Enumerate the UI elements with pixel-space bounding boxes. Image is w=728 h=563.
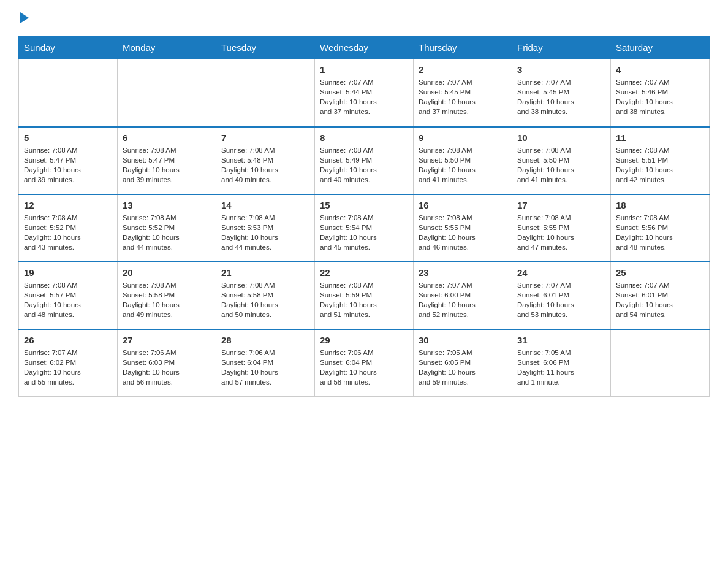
day-info: Sunrise: 7:08 AM Sunset: 5:51 PM Dayligh… <box>616 145 704 185</box>
col-wednesday: Wednesday <box>315 36 414 59</box>
col-sunday: Sunday <box>19 36 118 59</box>
col-friday: Friday <box>512 36 611 59</box>
day-info: Sunrise: 7:06 AM Sunset: 6:03 PM Dayligh… <box>123 348 211 387</box>
day-info: Sunrise: 7:06 AM Sunset: 6:04 PM Dayligh… <box>221 348 309 387</box>
table-cell: 16Sunrise: 7:08 AM Sunset: 5:55 PM Dayli… <box>414 194 512 262</box>
day-info: Sunrise: 7:08 AM Sunset: 5:50 PM Dayligh… <box>517 145 605 185</box>
day-info: Sunrise: 7:08 AM Sunset: 5:49 PM Dayligh… <box>320 145 408 185</box>
day-number: 27 <box>123 335 211 345</box>
day-info: Sunrise: 7:07 AM Sunset: 5:45 PM Dayligh… <box>419 77 507 117</box>
table-cell: 24Sunrise: 7:07 AM Sunset: 6:01 PM Dayli… <box>512 262 611 329</box>
day-number: 17 <box>517 200 605 210</box>
logo-arrow-icon <box>20 12 29 23</box>
calendar-week-row: 26Sunrise: 7:07 AM Sunset: 6:02 PM Dayli… <box>19 329 710 397</box>
day-number: 18 <box>616 200 704 210</box>
col-monday: Monday <box>118 36 216 59</box>
table-cell: 10Sunrise: 7:08 AM Sunset: 5:50 PM Dayli… <box>512 127 611 194</box>
table-cell: 8Sunrise: 7:08 AM Sunset: 5:49 PM Daylig… <box>315 127 414 194</box>
logo <box>18 12 29 23</box>
table-cell: 22Sunrise: 7:08 AM Sunset: 5:59 PM Dayli… <box>315 262 414 329</box>
day-info: Sunrise: 7:08 AM Sunset: 5:58 PM Dayligh… <box>123 280 211 320</box>
day-number: 10 <box>517 132 605 143</box>
table-cell: 30Sunrise: 7:05 AM Sunset: 6:05 PM Dayli… <box>414 329 512 397</box>
day-number: 19 <box>24 267 112 278</box>
day-number: 2 <box>419 64 507 75</box>
day-info: Sunrise: 7:08 AM Sunset: 5:57 PM Dayligh… <box>24 280 112 320</box>
day-number: 14 <box>221 200 309 210</box>
day-number: 6 <box>123 132 211 143</box>
table-cell: 27Sunrise: 7:06 AM Sunset: 6:03 PM Dayli… <box>118 329 216 397</box>
table-cell: 26Sunrise: 7:07 AM Sunset: 6:02 PM Dayli… <box>19 329 118 397</box>
table-cell: 12Sunrise: 7:08 AM Sunset: 5:52 PM Dayli… <box>19 194 118 262</box>
table-cell: 23Sunrise: 7:07 AM Sunset: 6:00 PM Dayli… <box>414 262 512 329</box>
table-cell: 20Sunrise: 7:08 AM Sunset: 5:58 PM Dayli… <box>118 262 216 329</box>
day-number: 3 <box>517 64 605 75</box>
table-cell: 15Sunrise: 7:08 AM Sunset: 5:54 PM Dayli… <box>315 194 414 262</box>
table-cell: 18Sunrise: 7:08 AM Sunset: 5:56 PM Dayli… <box>611 194 710 262</box>
day-number: 26 <box>24 335 112 345</box>
table-cell: 2Sunrise: 7:07 AM Sunset: 5:45 PM Daylig… <box>414 59 512 127</box>
day-number: 21 <box>221 267 309 278</box>
table-cell: 6Sunrise: 7:08 AM Sunset: 5:47 PM Daylig… <box>118 127 216 194</box>
day-info: Sunrise: 7:05 AM Sunset: 6:06 PM Dayligh… <box>517 348 605 387</box>
day-info: Sunrise: 7:08 AM Sunset: 5:56 PM Dayligh… <box>616 213 704 252</box>
table-cell: 5Sunrise: 7:08 AM Sunset: 5:47 PM Daylig… <box>19 127 118 194</box>
day-info: Sunrise: 7:07 AM Sunset: 6:02 PM Dayligh… <box>24 348 112 387</box>
table-cell: 11Sunrise: 7:08 AM Sunset: 5:51 PM Dayli… <box>611 127 710 194</box>
calendar-week-row: 1Sunrise: 7:07 AM Sunset: 5:44 PM Daylig… <box>19 59 710 127</box>
day-info: Sunrise: 7:07 AM Sunset: 5:45 PM Dayligh… <box>517 77 605 117</box>
day-number: 20 <box>123 267 211 278</box>
calendar-table: Sunday Monday Tuesday Wednesday Thursday… <box>18 36 710 397</box>
table-cell <box>611 329 710 397</box>
day-number: 28 <box>221 335 309 345</box>
table-cell: 9Sunrise: 7:08 AM Sunset: 5:50 PM Daylig… <box>414 127 512 194</box>
day-number: 5 <box>24 132 112 143</box>
day-info: Sunrise: 7:08 AM Sunset: 5:52 PM Dayligh… <box>24 213 112 252</box>
table-cell: 17Sunrise: 7:08 AM Sunset: 5:55 PM Dayli… <box>512 194 611 262</box>
calendar-header-row: Sunday Monday Tuesday Wednesday Thursday… <box>19 36 710 59</box>
day-number: 11 <box>616 132 704 143</box>
day-info: Sunrise: 7:07 AM Sunset: 5:44 PM Dayligh… <box>320 77 408 117</box>
day-number: 8 <box>320 132 408 143</box>
table-cell: 14Sunrise: 7:08 AM Sunset: 5:53 PM Dayli… <box>216 194 315 262</box>
calendar-week-row: 5Sunrise: 7:08 AM Sunset: 5:47 PM Daylig… <box>19 127 710 194</box>
day-number: 12 <box>24 200 112 210</box>
col-thursday: Thursday <box>414 36 512 59</box>
day-number: 13 <box>123 200 211 210</box>
day-number: 16 <box>419 200 507 210</box>
day-info: Sunrise: 7:05 AM Sunset: 6:05 PM Dayligh… <box>419 348 507 387</box>
table-cell: 31Sunrise: 7:05 AM Sunset: 6:06 PM Dayli… <box>512 329 611 397</box>
day-info: Sunrise: 7:08 AM Sunset: 5:54 PM Dayligh… <box>320 213 408 252</box>
table-cell <box>19 59 118 127</box>
day-number: 30 <box>419 335 507 345</box>
col-tuesday: Tuesday <box>216 36 315 59</box>
day-info: Sunrise: 7:08 AM Sunset: 5:47 PM Dayligh… <box>24 145 112 185</box>
day-info: Sunrise: 7:08 AM Sunset: 5:52 PM Dayligh… <box>123 213 211 252</box>
page-header <box>18 12 710 23</box>
table-cell: 21Sunrise: 7:08 AM Sunset: 5:58 PM Dayli… <box>216 262 315 329</box>
day-info: Sunrise: 7:08 AM Sunset: 5:55 PM Dayligh… <box>517 213 605 252</box>
day-info: Sunrise: 7:08 AM Sunset: 5:59 PM Dayligh… <box>320 280 408 320</box>
day-number: 15 <box>320 200 408 210</box>
calendar-week-row: 19Sunrise: 7:08 AM Sunset: 5:57 PM Dayli… <box>19 262 710 329</box>
day-info: Sunrise: 7:06 AM Sunset: 6:04 PM Dayligh… <box>320 348 408 387</box>
table-cell: 29Sunrise: 7:06 AM Sunset: 6:04 PM Dayli… <box>315 329 414 397</box>
day-info: Sunrise: 7:07 AM Sunset: 6:01 PM Dayligh… <box>517 280 605 320</box>
day-number: 31 <box>517 335 605 345</box>
day-info: Sunrise: 7:08 AM Sunset: 5:48 PM Dayligh… <box>221 145 309 185</box>
table-cell: 28Sunrise: 7:06 AM Sunset: 6:04 PM Dayli… <box>216 329 315 397</box>
col-saturday: Saturday <box>611 36 710 59</box>
table-cell: 13Sunrise: 7:08 AM Sunset: 5:52 PM Dayli… <box>118 194 216 262</box>
day-number: 9 <box>419 132 507 143</box>
calendar-week-row: 12Sunrise: 7:08 AM Sunset: 5:52 PM Dayli… <box>19 194 710 262</box>
table-cell <box>118 59 216 127</box>
table-cell <box>216 59 315 127</box>
day-number: 25 <box>616 267 704 278</box>
day-info: Sunrise: 7:07 AM Sunset: 6:00 PM Dayligh… <box>419 280 507 320</box>
day-number: 23 <box>419 267 507 278</box>
day-info: Sunrise: 7:07 AM Sunset: 5:46 PM Dayligh… <box>616 77 704 117</box>
day-number: 29 <box>320 335 408 345</box>
table-cell: 19Sunrise: 7:08 AM Sunset: 5:57 PM Dayli… <box>19 262 118 329</box>
day-info: Sunrise: 7:08 AM Sunset: 5:53 PM Dayligh… <box>221 213 309 252</box>
table-cell: 25Sunrise: 7:07 AM Sunset: 6:01 PM Dayli… <box>611 262 710 329</box>
